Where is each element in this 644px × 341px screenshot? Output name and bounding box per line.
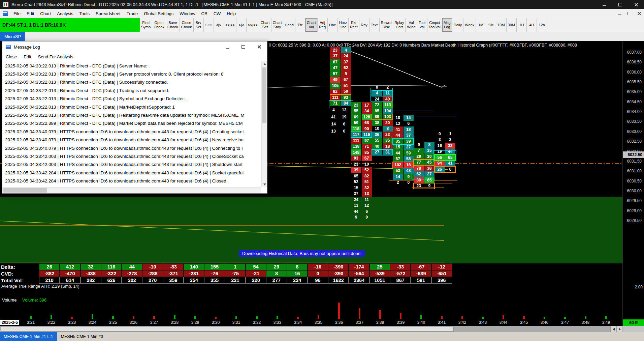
toolbar-button-ray[interactable]: Ray xyxy=(359,18,369,32)
toolbar-button-rplay-chrt[interactable]: RplayChrt xyxy=(393,18,406,32)
menu-cw[interactable]: CW xyxy=(211,9,224,18)
toolbar-button-30m[interactable]: 30M xyxy=(507,18,517,32)
toolbar-button-ptr[interactable]: Ptr xyxy=(295,18,305,32)
toolbar-button-label: Chrt xyxy=(396,25,403,29)
log-scroll-up-button[interactable] xyxy=(262,61,267,67)
numbers-table: Delta:264123211644-10-83140155154298-16-… xyxy=(0,263,452,284)
toolbar-button-horz-line[interactable]: HorzLine xyxy=(338,18,349,32)
menu-trade[interactable]: Trade xyxy=(124,9,141,18)
close-button[interactable] xyxy=(628,0,644,9)
toolbar-button-hand[interactable]: Hand xyxy=(283,18,295,32)
table-cell: 26 xyxy=(39,263,60,270)
toolbar-button-1m[interactable]: 1M xyxy=(476,18,486,32)
toolbar-button-1h[interactable]: 1H xyxy=(517,18,527,32)
log-hscrollbar-thumb[interactable] xyxy=(3,188,47,193)
toolbar-button-adj-reg[interactable]: AdjReg xyxy=(318,18,328,32)
message-log-vertical-scrollbar[interactable] xyxy=(261,61,267,187)
toolbar-button-10m[interactable]: 10M xyxy=(496,18,506,32)
table-cell: 1622 xyxy=(328,277,349,284)
toolbar-button-line[interactable]: Line xyxy=(328,18,338,32)
toolbar-button-con[interactable]: Con xyxy=(204,18,214,32)
log-scrollbar-thumb[interactable] xyxy=(262,67,266,123)
message-log-menu-close[interactable]: Close xyxy=(2,52,20,61)
scroll-left-button[interactable] xyxy=(610,326,616,332)
toolbar-button-close-cbook[interactable]: CloseCbook xyxy=(180,18,194,32)
table-cell: 29 xyxy=(266,263,287,270)
menu-tools[interactable]: Tools xyxy=(76,9,93,18)
scroll-right-button[interactable] xyxy=(616,326,622,332)
toolbar-button-chart-stdy[interactable]: ChartStdy xyxy=(271,18,284,32)
price-label: 6034.00 xyxy=(627,109,642,114)
table-cell: 412 xyxy=(60,263,80,270)
toolbar-button-srv-set[interactable]: SrvSet xyxy=(194,18,204,32)
toolbar-button-4h[interactable]: 4H xyxy=(527,18,537,32)
log-scroll-down-button[interactable] xyxy=(262,181,267,187)
menu-edit[interactable]: Edit xyxy=(24,9,37,18)
toolbar-button-label: Wind xyxy=(407,25,415,29)
volume-bar xyxy=(605,316,607,319)
table-cell: -882 xyxy=(39,270,60,277)
chart-tab-1[interactable]: MESH5.CME 1 Min #1 L:1 xyxy=(0,332,57,341)
time-axis-label: 3:41 xyxy=(438,320,446,325)
child-restore-button[interactable] xyxy=(624,9,634,18)
message-log-close-button[interactable] xyxy=(251,41,267,52)
toolbar-button-label: Cmpct xyxy=(429,21,440,25)
child-close-button[interactable] xyxy=(634,9,644,18)
toolbar-button-item[interactable]: >>|<< xyxy=(247,18,259,32)
toolbar-button-item[interactable]: <|> xyxy=(214,18,224,32)
menu-help[interactable]: Help xyxy=(224,9,239,18)
log-line: 2025-02-05 04:33:40.079 | HTTPS connecti… xyxy=(2,127,261,136)
maximize-button[interactable] xyxy=(612,0,628,9)
toolbar-button-val-wind[interactable]: ValWind xyxy=(406,18,417,32)
menu-window[interactable]: Window xyxy=(176,9,198,18)
time-axis-label: 3:49 xyxy=(602,320,610,325)
message-log-horizontal-scrollbar[interactable] xyxy=(2,187,261,193)
footprint-cell: 5535 xyxy=(372,138,393,144)
child-minimize-button[interactable] xyxy=(615,9,624,18)
menu-file[interactable]: File xyxy=(10,9,24,18)
toolbar-button-daily[interactable]: Daily xyxy=(452,18,463,32)
chart-scrollbar-thumb[interactable] xyxy=(1,327,454,332)
arrow-left-icon xyxy=(613,328,615,331)
table-row-label: CVD: xyxy=(0,270,39,277)
price-axis[interactable]: 6037.006036.506036.006035.506035.006034.… xyxy=(622,41,644,326)
toolbar-button-tool-val[interactable]: ToolVal xyxy=(417,18,427,32)
message-log-maximize-button[interactable] xyxy=(235,41,251,52)
table-cell: -278 xyxy=(122,270,142,277)
footprint-column: 4134119146130 xyxy=(328,106,349,135)
message-log-menu-send-for-analysis[interactable]: Send For Analysis xyxy=(35,52,77,61)
footprint-cell: 2930 xyxy=(414,153,434,160)
chart-horizontal-scrollbar[interactable] xyxy=(0,326,644,332)
minimize-button[interactable] xyxy=(597,0,612,9)
chartbook-tab-microsp[interactable]: MicroSP xyxy=(0,32,25,41)
toolbar-button-item[interactable]: >|< xyxy=(236,18,247,32)
toolbar-button-find-symb[interactable]: FindSymb xyxy=(140,18,152,32)
toolbar-button-item[interactable]: <<|>> xyxy=(224,18,237,32)
toolbar-button-msg-log[interactable]: MsgLog xyxy=(442,18,452,32)
toolbar-button-5m[interactable]: 5M xyxy=(486,18,496,32)
toolbar-button-chart-val[interactable]: ChartVal xyxy=(305,18,318,32)
toolbar-button-ext-rect[interactable]: ExtRect xyxy=(349,18,359,32)
child-close-icon xyxy=(637,11,641,16)
message-log-minimize-button[interactable] xyxy=(220,41,235,52)
toolbar-button-label: Val xyxy=(309,25,314,29)
menu-chart[interactable]: Chart xyxy=(37,9,54,18)
menu-spreadsheet[interactable]: Spreadsheet xyxy=(93,9,124,18)
footprint-cell: 579 xyxy=(330,71,351,77)
menu-analysis[interactable]: Analysis xyxy=(54,9,76,18)
toolbar-button-chart-set[interactable]: ChartSet xyxy=(259,18,271,32)
toolbar-button-rewrd-risk[interactable]: RewrdRisk xyxy=(380,18,393,32)
toolbar-button-text[interactable]: Text xyxy=(369,18,380,32)
toolbar-button-label: Open xyxy=(155,21,164,25)
toolbar-button-12h[interactable]: 12h xyxy=(537,18,547,32)
toolbar-button-cmpct-toolval[interactable]: CmpctToolVal xyxy=(427,18,442,32)
toolbar-button-save-cbook[interactable]: SaveCbook xyxy=(166,18,180,32)
menu-global-settings[interactable]: Global Settings xyxy=(141,9,176,18)
toolbar-button-week[interactable]: Week xyxy=(463,18,476,32)
menu-cb[interactable]: CB xyxy=(198,9,211,18)
message-log-menu: CloseEditSend For Analysis xyxy=(2,52,267,61)
chart-tab-2[interactable]: MESH5.CME 1 Min #3 xyxy=(57,332,107,341)
message-log-title-bar[interactable]: Message Log xyxy=(2,41,267,52)
message-log-menu-edit[interactable]: Edit xyxy=(20,52,34,61)
toolbar-button-open-cbook[interactable]: OpenCbook xyxy=(152,18,166,32)
